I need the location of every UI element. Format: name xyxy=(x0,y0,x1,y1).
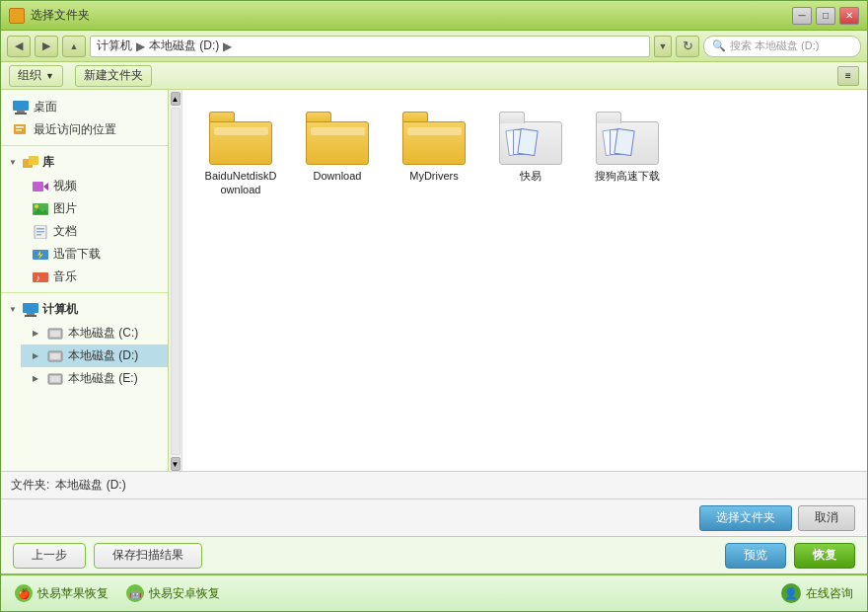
online-consult-button[interactable]: 👤 在线咨询 xyxy=(781,583,853,603)
toolbar: 组织 ▼ 新建文件夹 ≡ xyxy=(1,62,867,90)
organize-label: 组织 xyxy=(18,67,41,84)
organize-dropdown-icon: ▼ xyxy=(45,71,54,81)
folder-mydrivers[interactable]: MyDrivers xyxy=(390,104,478,205)
android-recover-button[interactable]: 🤖 快易安卓恢复 xyxy=(126,584,220,602)
sidebar-scrollbar[interactable]: ▲ ▼ xyxy=(169,90,182,471)
folder-mydrivers-label: MyDrivers xyxy=(409,169,459,183)
close-button[interactable]: ✕ xyxy=(839,7,859,25)
svg-rect-15 xyxy=(36,231,44,233)
disk-e-label: 本地磁盘 (E:) xyxy=(68,370,138,387)
image-icon xyxy=(33,202,48,216)
folder-sogou-label: 搜狗高速下载 xyxy=(595,169,660,183)
music-label: 音乐 xyxy=(53,268,77,285)
restore-button[interactable]: 恢复 xyxy=(794,543,855,569)
svg-marker-9 xyxy=(43,183,48,191)
svg-rect-4 xyxy=(16,126,24,128)
folder-body xyxy=(209,121,272,165)
folder-sogou-tab xyxy=(596,112,621,123)
computer-expand-icon: ▼ xyxy=(9,305,19,314)
save-scan-button[interactable]: 保存扫描结果 xyxy=(94,543,202,569)
main-content: 桌面 最近访问的位置 ▼ 库 xyxy=(1,90,867,471)
android-icon: 🤖 xyxy=(126,584,144,602)
sidebar-section-library[interactable]: ▼ 库 xyxy=(1,150,168,175)
svg-rect-22 xyxy=(27,313,35,315)
view-mode-button[interactable]: ≡ xyxy=(837,66,859,86)
new-folder-button[interactable]: 新建文件夹 xyxy=(75,65,152,87)
search-box[interactable]: 🔍 搜索 本地磁盘 (D:) xyxy=(703,36,861,57)
svg-rect-7 xyxy=(29,156,38,165)
disk-d-label: 本地磁盘 (D:) xyxy=(68,347,138,364)
folder-mydrivers-icon xyxy=(402,112,466,165)
paper3 xyxy=(517,128,538,156)
sidebar-separator-2 xyxy=(1,292,168,293)
select-folder-button[interactable]: 选择文件夹 xyxy=(699,505,792,531)
svg-rect-21 xyxy=(23,303,38,313)
sidebar-section-computer[interactable]: ▼ 计算机 xyxy=(1,297,168,322)
sidebar-item-desktop[interactable]: 桌面 xyxy=(1,96,168,118)
thunder-icon xyxy=(33,248,48,262)
video-icon xyxy=(33,180,48,193)
sidebar-item-image[interactable]: 图片 xyxy=(21,197,168,220)
sidebar-item-e[interactable]: ▶ 本地磁盘 (E:) xyxy=(21,367,168,390)
folder-baidu[interactable]: BaiduNetdiskDownload xyxy=(196,104,285,205)
image-label: 图片 xyxy=(53,200,77,217)
folder-md-body xyxy=(402,121,466,165)
expand-d-icon: ▶ xyxy=(33,351,42,360)
sidebar-item-video[interactable]: 视频 xyxy=(21,175,168,197)
video-label: 视频 xyxy=(53,178,77,194)
folder-kuaiy[interactable]: 快易 xyxy=(486,104,575,205)
svg-rect-14 xyxy=(36,228,44,230)
consult-user-icon: 👤 xyxy=(781,583,801,603)
address-dropdown-button[interactable]: ▼ xyxy=(654,36,672,57)
maximize-button[interactable]: □ xyxy=(816,7,835,25)
svg-rect-16 xyxy=(36,234,41,236)
refresh-button[interactable]: ↻ xyxy=(676,36,699,57)
folder-md-shine xyxy=(407,127,462,135)
sidebar-item-recent[interactable]: 最近访问的位置 xyxy=(1,118,168,141)
path-bar-value: 本地磁盘 (D:) xyxy=(55,477,125,494)
folder-download[interactable]: Download xyxy=(293,104,382,205)
path-drive: 本地磁盘 (D:) xyxy=(149,38,219,54)
sidebar-item-thunder[interactable]: 迅雷下载 xyxy=(21,243,168,266)
music-icon: ♪ xyxy=(33,270,48,284)
android-recover-label: 快易安卓恢复 xyxy=(149,585,220,602)
expand-c-icon: ▶ xyxy=(33,329,42,338)
svg-rect-0 xyxy=(13,101,29,111)
sidebar-item-music[interactable]: ♪ 音乐 xyxy=(21,266,168,288)
preview-button[interactable]: 预览 xyxy=(725,543,786,569)
svg-rect-2 xyxy=(15,113,27,115)
minimize-button[interactable]: ─ xyxy=(792,7,812,25)
title-bar-controls: ─ □ ✕ xyxy=(792,7,859,25)
organize-button[interactable]: 组织 ▼ xyxy=(9,65,63,87)
folder-sogou[interactable]: 搜狗高速下载 xyxy=(583,104,672,205)
back-button[interactable]: ◀ xyxy=(7,36,31,57)
cancel-button[interactable]: 取消 xyxy=(798,505,855,531)
path-arrow-2: ▶ xyxy=(219,39,236,53)
desktop-label: 桌面 xyxy=(34,99,57,115)
scroll-down-btn[interactable]: ▼ xyxy=(171,457,181,471)
library-expand-icon: ▼ xyxy=(9,158,19,167)
svg-rect-27 xyxy=(50,353,60,359)
folder-sogou-icon xyxy=(596,112,659,165)
sidebar-item-d[interactable]: ▶ 本地磁盘 (D:) xyxy=(21,344,168,367)
consult-label: 在线咨询 xyxy=(806,585,853,602)
address-path[interactable]: 计算机 ▶ 本地磁盘 (D:) ▶ xyxy=(90,36,650,57)
svg-rect-29 xyxy=(50,376,60,382)
expand-e-icon: ▶ xyxy=(33,374,42,383)
address-bar: ◀ ▶ ▲ 计算机 ▶ 本地磁盘 (D:) ▶ ▼ ↻ 🔍 搜索 本地磁盘 (D… xyxy=(1,31,867,62)
folder-download-label: Download xyxy=(314,169,362,183)
forward-button[interactable]: ▶ xyxy=(35,36,58,57)
apple-recover-button[interactable]: 🍎 快易苹果恢复 xyxy=(15,584,108,602)
title-bar-left: 选择文件夹 xyxy=(9,7,90,24)
sogou-paper3 xyxy=(614,128,634,156)
scroll-up-btn[interactable]: ▲ xyxy=(171,92,181,106)
disk-c-label: 本地磁盘 (C:) xyxy=(68,325,138,342)
svg-text:♪: ♪ xyxy=(36,272,40,283)
path-computer: 计算机 xyxy=(97,38,132,54)
up-button[interactable]: ▲ xyxy=(62,36,86,57)
desktop-icon xyxy=(13,101,29,115)
sidebar-item-docs[interactable]: 文档 xyxy=(21,220,168,243)
prev-step-button[interactable]: 上一步 xyxy=(13,543,86,569)
folder-dl-body xyxy=(306,121,369,165)
sidebar-item-c[interactable]: ▶ 本地磁盘 (C:) xyxy=(21,322,168,344)
